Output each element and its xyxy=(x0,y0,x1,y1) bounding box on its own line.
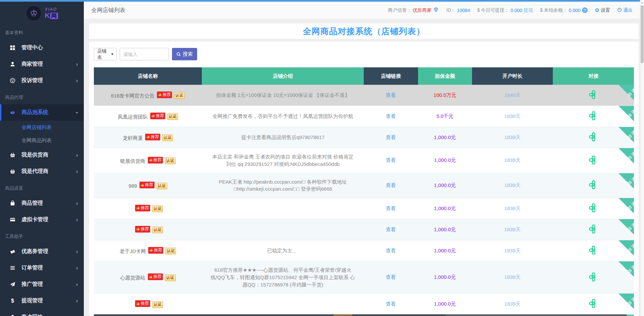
basket-icon xyxy=(10,152,16,158)
diamond-icon xyxy=(433,7,439,14)
guarantee-amount: 1,000.0元 xyxy=(418,261,472,294)
help-question-icon[interactable]: ? xyxy=(582,7,588,13)
cert-badge: 认证 xyxy=(157,183,167,189)
view-link[interactable]: 查看 xyxy=(386,134,396,140)
chevron-right-icon: › xyxy=(76,61,78,67)
sidebar-nav: 基本资料管理中心商家管理›投诉管理›商品代理商品池系统›全网店铺列表全网商品列表… xyxy=(0,24,84,316)
chevron-right-icon: › xyxy=(76,169,78,175)
sidebar-item[interactable]: 虚拟卡管理› xyxy=(0,211,84,228)
cert-badge: 认证 xyxy=(165,274,176,281)
account-age: 1839天 xyxy=(472,173,553,198)
unsettled-balance-label: $ 未结余额： xyxy=(540,7,568,13)
dock-link-icon[interactable] xyxy=(589,111,598,121)
sidebar-item-label: 投诉管理 xyxy=(21,77,43,84)
sidebar-item-label: 商户园地 xyxy=(21,314,43,316)
store-intro: PEAK王者 http://peaknb.cccpan.com/□ 各种软件下载… xyxy=(202,173,364,198)
dock-link-icon[interactable] xyxy=(589,132,598,142)
thumbs-up-icon xyxy=(151,114,155,118)
dock-link-icon[interactable] xyxy=(589,155,598,165)
sidebar-item[interactable]: 商家管理› xyxy=(0,56,84,72)
view-link[interactable]: 查看 xyxy=(386,92,396,98)
recommend-badge: 推荐 xyxy=(148,157,163,164)
sidebar-item[interactable]: 优惠券管理› xyxy=(0,243,84,260)
sidebar-item-label: 推广管理 xyxy=(21,281,43,288)
sidebar-item[interactable]: 订单管理› xyxy=(0,260,84,276)
guarantee-amount: 100.0万元 xyxy=(418,85,472,106)
recommend-badge: 推荐 xyxy=(150,113,165,119)
view-link[interactable]: 查看 xyxy=(386,248,396,253)
dock-link-icon[interactable] xyxy=(589,272,598,282)
sidebar-item-label: 我是供货商 xyxy=(21,151,48,159)
merchant-id-value: 10084 xyxy=(457,8,470,13)
account-age: 1839天 xyxy=(472,261,553,294)
view-link[interactable]: 查看 xyxy=(386,113,396,119)
scroll-up-icon[interactable]: ▲ xyxy=(640,0,644,5)
sidebar-item[interactable]: 我是供货商› xyxy=(0,147,84,163)
sidebar-item[interactable]: 商品管理› xyxy=(0,195,84,211)
dock-link-icon[interactable] xyxy=(589,90,598,100)
sidebar-item[interactable]: 投诉管理› xyxy=(0,72,84,89)
sidebar-item[interactable]: 我是代理商› xyxy=(0,163,84,180)
view-link[interactable]: 查看 xyxy=(386,274,396,280)
sidebar-item[interactable]: 推广管理› xyxy=(0,276,84,293)
settings-button[interactable]: ⚙ 设置 xyxy=(595,7,610,13)
thumbs-up-icon xyxy=(149,158,153,162)
scrollbar-thumb[interactable] xyxy=(641,5,644,63)
dock-link-icon[interactable] xyxy=(589,180,598,190)
sidebar-subitem[interactable]: 全网商品列表 xyxy=(0,134,84,147)
merchant-id-label: ID： xyxy=(446,7,456,13)
view-link[interactable]: 查看 xyxy=(386,182,396,188)
sidebar-item[interactable]: 管理中心 xyxy=(0,40,84,56)
sidebar-item[interactable]: 商品池系统› xyxy=(0,104,84,121)
recommend-badge: 推荐 xyxy=(148,273,163,280)
guarantee-amount: 1,000.0元 xyxy=(418,219,472,240)
account-age: 1838天 xyxy=(472,198,553,219)
search-input[interactable] xyxy=(120,48,169,60)
sidebar-item[interactable]: 商户园地› xyxy=(0,309,84,316)
recommend-badge: 推荐 xyxy=(148,247,163,254)
view-link[interactable]: 查看 xyxy=(386,301,396,307)
chevron-right-icon: › xyxy=(76,314,78,316)
view-link[interactable]: 查看 xyxy=(386,205,396,211)
store-name: 晓晨供货商 xyxy=(120,158,145,164)
thumbs-up-icon xyxy=(136,206,140,210)
account-age: 1839天 xyxy=(472,240,553,261)
cert-badge: 认证 xyxy=(152,227,163,233)
withdraw-link[interactable]: 提现 xyxy=(524,7,533,13)
cert-badge: 认证 xyxy=(174,92,185,99)
cert-badge: 认证 xyxy=(165,248,176,254)
app-logo[interactable]: ♔ XIAO K网 xyxy=(0,2,84,24)
chevron-right-icon: › xyxy=(76,281,78,288)
dock-link-icon[interactable] xyxy=(589,224,598,234)
table-row: 618发卡网官方公告推荐认证担保金额 1元=100保证金 10元=1000保证金… xyxy=(94,85,634,106)
store-list-card: 店铺名 ▼ 搜索 xyxy=(89,42,639,316)
guarantee-amount: 5.0千元 xyxy=(418,106,472,127)
plane-icon xyxy=(10,281,16,287)
store-intro: 全网推广免费发布，否则平台不予通过！凤凰运营团队为你护航 xyxy=(202,106,364,127)
dock-link-icon[interactable] xyxy=(589,245,598,255)
sidebar-item[interactable]: $提现管理› xyxy=(0,293,84,309)
recommend-ribbon: 推荐 xyxy=(619,261,634,277)
search-button[interactable]: 搜索 xyxy=(172,48,197,60)
dock-link-icon[interactable] xyxy=(589,203,598,213)
view-link[interactable]: 查看 xyxy=(386,157,396,163)
search-field-select[interactable]: 店铺名 ▼ xyxy=(94,48,117,60)
view-link[interactable]: 查看 xyxy=(386,227,396,232)
page-breadcrumb-title: 全网店铺列表 xyxy=(91,6,125,14)
sidebar-subitem[interactable]: 全网店铺列表 xyxy=(0,121,84,134)
main-content: 全网商品对接系统（店铺列表） 店铺名 ▼ 搜索 xyxy=(84,19,644,316)
sidebar-item-label: 提现管理 xyxy=(21,297,43,304)
dock-link-icon[interactable] xyxy=(589,299,598,308)
sidebar-item-label: 商品池系统 xyxy=(21,109,48,116)
page-scrollbar[interactable]: ▲ xyxy=(640,0,644,316)
guarantee-amount: 1,000.0元 xyxy=(418,127,472,148)
reputation-value: 优质商家 xyxy=(413,7,431,13)
store-name: 心愿货源站 xyxy=(120,275,145,280)
account-age: 1840天 xyxy=(472,85,553,106)
sidebar-item-label: 商品管理 xyxy=(21,200,43,207)
sidebar-section-label: 商品代理 xyxy=(0,89,84,104)
recommend-ribbon: 推荐 xyxy=(619,173,634,189)
logout-button[interactable]: 退出 xyxy=(617,7,633,13)
store-name: 989 xyxy=(129,183,137,189)
col-header-store-name: 店铺名称 xyxy=(94,67,202,85)
